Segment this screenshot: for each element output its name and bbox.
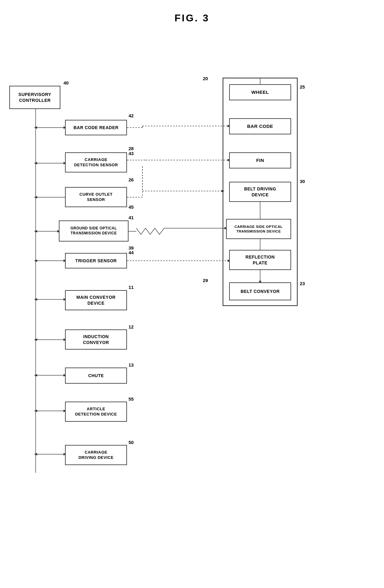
carriage-side-optical-box: CARRIAGE SIDE OPTICALTRANSMISSION DEVICE <box>226 219 291 239</box>
carriage-driving-box: CARRIAGEDRIVING DEVICE <box>65 445 127 465</box>
svg-marker-41 <box>221 190 225 192</box>
label-55: 55 <box>129 396 134 402</box>
belt-conveyor-box: BELT CONVEYOR <box>229 282 291 300</box>
label-43: 43 <box>129 151 134 156</box>
trigger-sensor-box: TRIGGER SENSOR <box>65 253 127 268</box>
svg-marker-9 <box>34 196 37 198</box>
bar-code-box: BAR CODE <box>229 118 291 134</box>
svg-marker-7 <box>34 162 37 164</box>
label-25: 25 <box>300 84 305 89</box>
induction-conveyor-box: INDUCTIONCONVEYOR <box>65 329 127 350</box>
curve-outlet-sensor-box: CURVE OUTLETSENSOR <box>65 187 127 207</box>
label-13: 13 <box>129 362 134 368</box>
svg-marker-30 <box>34 453 37 455</box>
label-28: 28 <box>129 146 134 151</box>
label-45: 45 <box>129 204 134 210</box>
svg-marker-18 <box>34 298 37 301</box>
reflection-plate-box: REFLECTIONPLATE <box>229 250 291 270</box>
label-11: 11 <box>129 285 134 290</box>
diagram-lines <box>0 30 384 588</box>
svg-marker-27 <box>34 410 37 412</box>
label-40: 40 <box>63 80 69 85</box>
svg-marker-21 <box>34 338 37 341</box>
belt-driving-box: BELT DRIVINGDEVICE <box>229 182 291 202</box>
chute-box: CHUTE <box>65 368 127 384</box>
wheel-box: WHEEL <box>229 84 291 100</box>
label-12: 12 <box>129 324 134 329</box>
label-50: 50 <box>129 440 134 445</box>
supervisory-controller-box: SUPERVISORY CONTROLLER <box>9 86 60 109</box>
label-20: 20 <box>203 76 208 81</box>
svg-marker-4 <box>34 126 37 129</box>
label-41: 41 <box>129 215 134 220</box>
ground-side-optical-box: GROUND SIDE OPTICALTRANSMISSION DEVICE <box>59 220 129 242</box>
label-29: 29 <box>203 278 208 283</box>
label-23: 23 <box>300 281 305 286</box>
page-title: FIG. 3 <box>0 0 384 30</box>
label-30: 30 <box>300 179 305 184</box>
article-detection-box: ARTICLEDETECTION DEVICE <box>65 402 127 422</box>
label-42: 42 <box>129 113 134 118</box>
fin-box: FIN <box>229 152 291 168</box>
main-conveyor-box: MAIN CONVEYORDEVICE <box>65 290 127 310</box>
carriage-detection-sensor-box: CARRIAGEDETECTION SENSOR <box>65 152 127 172</box>
bar-code-reader-box: BAR CODE READER <box>65 120 127 135</box>
label-26: 26 <box>129 177 134 182</box>
svg-marker-15 <box>34 259 37 262</box>
svg-marker-12 <box>34 230 37 233</box>
svg-marker-24 <box>34 374 37 377</box>
label-44: 44 <box>129 250 134 255</box>
